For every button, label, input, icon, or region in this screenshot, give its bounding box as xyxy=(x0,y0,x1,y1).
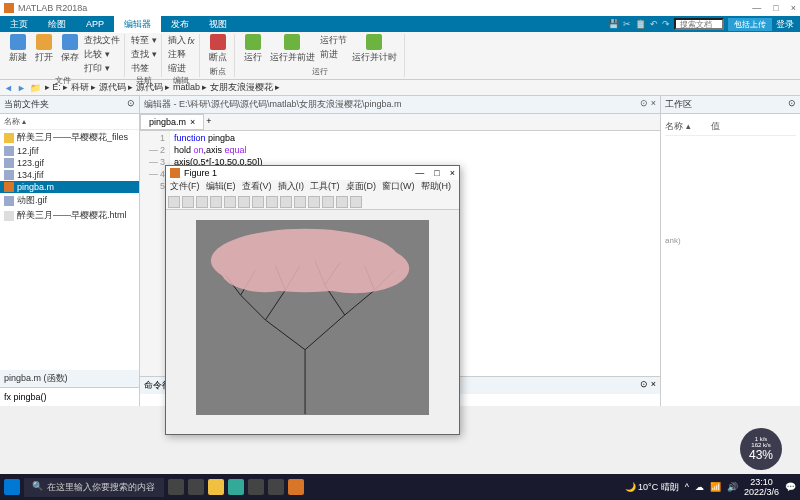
taskbar-search[interactable]: 🔍在这里输入你要搜索的内容 xyxy=(24,478,164,497)
link-icon[interactable] xyxy=(322,196,334,208)
qat-redo-icon[interactable]: ↷ xyxy=(662,19,670,29)
save-fig-icon[interactable] xyxy=(196,196,208,208)
insert-button[interactable]: 插入 xyxy=(168,34,186,47)
open-fig-icon[interactable] xyxy=(182,196,194,208)
compare-button[interactable]: 比较 ▾ xyxy=(84,48,120,61)
edge-icon[interactable] xyxy=(228,479,244,495)
list-item[interactable]: 12.jfif xyxy=(0,145,139,157)
figure-window[interactable]: Figure 1 —□× 文件(F) 编辑(E) 查看(V) 插入(I) 工具(… xyxy=(165,165,460,435)
editor-close-icon[interactable]: ⊙ × xyxy=(640,98,656,111)
fig-close-icon[interactable]: × xyxy=(450,168,455,178)
list-item[interactable]: 动图.gif xyxy=(0,193,139,208)
comment-button[interactable]: 注释 xyxy=(168,48,195,61)
zoomout-icon[interactable] xyxy=(252,196,264,208)
pan-icon[interactable] xyxy=(266,196,278,208)
close-icon[interactable]: × xyxy=(791,3,796,13)
tab-add-icon[interactable]: + xyxy=(204,114,213,130)
tray-volume-icon[interactable]: 🔊 xyxy=(727,482,738,492)
tray-wifi-icon[interactable]: 📶 xyxy=(710,482,721,492)
new-fig-icon[interactable] xyxy=(168,196,180,208)
back-icon[interactable]: ◄ xyxy=(4,83,13,93)
colorbar-icon[interactable] xyxy=(336,196,348,208)
goto-button[interactable]: 转至 ▾ xyxy=(131,34,157,47)
runstep-button[interactable]: 运行并前进 xyxy=(267,34,318,64)
qat-save-icon[interactable]: 💾 xyxy=(608,19,619,29)
runsec-button[interactable]: 运行节 xyxy=(320,34,347,47)
search-input[interactable] xyxy=(674,18,724,30)
qat-undo-icon[interactable]: ↶ xyxy=(650,19,658,29)
list-item[interactable]: 醉美三月——早樱樱花.html xyxy=(0,208,139,223)
clock-date[interactable]: 2022/3/6 xyxy=(744,487,779,497)
fwd-icon[interactable]: ► xyxy=(17,83,26,93)
fx-icon[interactable]: fx xyxy=(188,36,195,46)
folder-icon[interactable]: 📁 xyxy=(30,83,41,93)
tab-close-icon[interactable]: × xyxy=(190,117,195,127)
ws-col-value[interactable]: 值 xyxy=(711,120,720,133)
breakpoint-button[interactable]: 断点 xyxy=(206,34,230,64)
fig-maximize-icon[interactable]: □ xyxy=(434,168,439,178)
menu-window[interactable]: 窗口(W) xyxy=(382,180,415,194)
brush-icon[interactable] xyxy=(308,196,320,208)
print-button[interactable]: 打印 ▾ xyxy=(84,62,120,75)
print-fig-icon[interactable] xyxy=(210,196,222,208)
run-button[interactable]: 运行 xyxy=(241,34,265,64)
app-icon[interactable] xyxy=(248,479,264,495)
tab-plot[interactable]: 绘图 xyxy=(38,16,76,33)
start-icon[interactable] xyxy=(4,479,20,495)
list-item[interactable]: 醉美三月——早樱樱花_files xyxy=(0,130,139,145)
advance-button[interactable]: 前进 xyxy=(320,48,347,61)
list-item[interactable]: pingba.m xyxy=(0,181,139,193)
tab-home[interactable]: 主页 xyxy=(0,16,38,33)
menu-help[interactable]: 帮助(H) xyxy=(421,180,452,194)
find-button[interactable]: 查找 ▾ xyxy=(131,48,157,61)
indent-button[interactable]: 缩进 xyxy=(168,62,195,75)
app-icon[interactable] xyxy=(268,479,284,495)
notification-icon[interactable]: 💬 xyxy=(785,482,796,492)
upload-button[interactable]: 包括上传 xyxy=(728,18,772,31)
rotate-icon[interactable] xyxy=(280,196,292,208)
col-name[interactable]: 名称 ▴ xyxy=(0,114,139,130)
runtime-button[interactable]: 运行并计时 xyxy=(349,34,400,64)
menu-desktop[interactable]: 桌面(D) xyxy=(346,180,377,194)
function-name[interactable]: pingba() xyxy=(14,392,47,402)
bookmark-button[interactable]: 书签 xyxy=(131,62,157,75)
legend-icon[interactable] xyxy=(350,196,362,208)
datacursor-icon[interactable] xyxy=(294,196,306,208)
login-link[interactable]: 登录 xyxy=(776,18,794,31)
breadcrumb[interactable]: ▸ E: ▸ 科研 ▸ 源代码 ▸ 源代码 ▸ matlab ▸ 女朋友浪漫樱花… xyxy=(45,81,281,94)
zoomin-icon[interactable] xyxy=(238,196,250,208)
weather-widget[interactable]: 🌙 10°C 晴朗 xyxy=(625,481,679,494)
menu-edit[interactable]: 编辑(E) xyxy=(206,180,236,194)
new-button[interactable]: 新建 xyxy=(6,34,30,75)
minimize-icon[interactable]: — xyxy=(752,3,761,13)
battery-widget[interactable]: 1 k/s 162 k/s 43% xyxy=(740,428,782,470)
list-item[interactable]: 134.jfif xyxy=(0,169,139,181)
list-item[interactable]: 123.gif xyxy=(0,157,139,169)
open-button[interactable]: 打开 xyxy=(32,34,56,75)
tab-app[interactable]: APP xyxy=(76,17,114,31)
tab-view[interactable]: 视图 xyxy=(199,16,237,33)
tab-publish[interactable]: 发布 xyxy=(161,16,199,33)
menu-tools[interactable]: 工具(T) xyxy=(310,180,340,194)
fig-minimize-icon[interactable]: — xyxy=(415,168,424,178)
tray-chevron-icon[interactable]: ^ xyxy=(685,482,689,492)
cortana-icon[interactable] xyxy=(168,479,184,495)
explorer-icon[interactable] xyxy=(208,479,224,495)
editor-tab[interactable]: pingba.m× xyxy=(140,114,204,130)
qat-copy-icon[interactable]: 📋 xyxy=(635,19,646,29)
maximize-icon[interactable]: □ xyxy=(773,3,778,13)
findfiles-button[interactable]: 查找文件 xyxy=(84,34,120,47)
cmd-menu-icon[interactable]: ⊙ × xyxy=(640,379,656,392)
qat-cut-icon[interactable]: ✂ xyxy=(623,19,631,29)
menu-file[interactable]: 文件(F) xyxy=(170,180,200,194)
pointer-icon[interactable] xyxy=(224,196,236,208)
save-button[interactable]: 保存 xyxy=(58,34,82,75)
clock-time[interactable]: 23:10 xyxy=(744,477,779,487)
ws-menu-icon[interactable]: ⊙ xyxy=(788,98,796,111)
menu-view[interactable]: 查看(V) xyxy=(242,180,272,194)
panel-menu-icon[interactable]: ⊙ xyxy=(127,98,135,111)
menu-insert[interactable]: 插入(I) xyxy=(278,180,305,194)
taskview-icon[interactable] xyxy=(188,479,204,495)
tray-cloud-icon[interactable]: ☁ xyxy=(695,482,704,492)
tab-editor[interactable]: 编辑器 xyxy=(114,16,161,33)
